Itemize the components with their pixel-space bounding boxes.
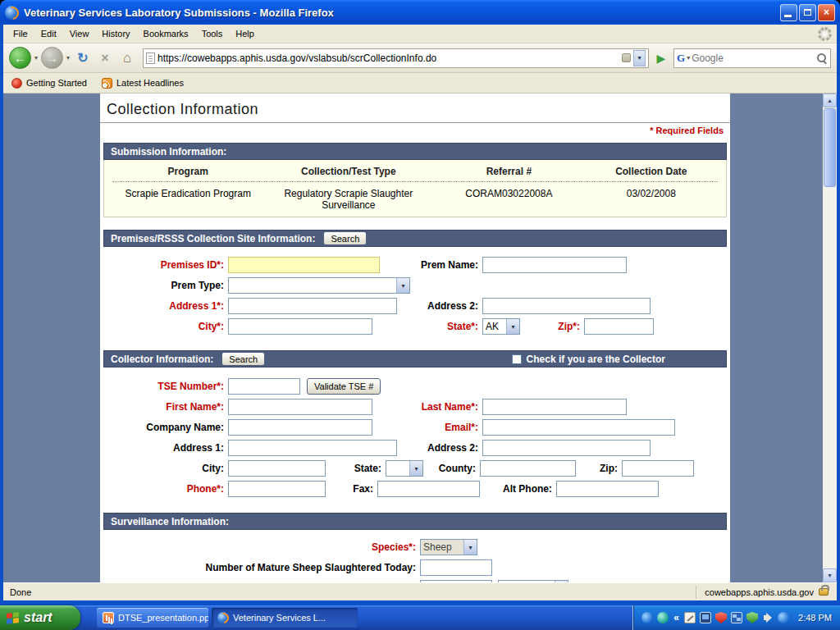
forward-button[interactable]: → xyxy=(41,47,63,69)
window-controls: × xyxy=(780,4,835,21)
collector-self-checkbox[interactable] xyxy=(512,354,522,364)
wireless-network-tray-icon[interactable] xyxy=(778,612,789,623)
volume-tray-icon[interactable] xyxy=(762,612,774,623)
form-row: First Name*: Last Name*: xyxy=(103,397,727,417)
bookmark-getting-started[interactable]: Getting Started xyxy=(11,78,87,89)
taskbar-task-powerpoint[interactable]: DTSE_presentation.ppt xyxy=(97,608,208,628)
chevron-down-icon: ▾ xyxy=(409,461,422,476)
collector-address2-input[interactable] xyxy=(482,440,651,456)
start-button[interactable]: start xyxy=(0,605,80,630)
scroll-down-button[interactable]: ▼ xyxy=(823,568,837,582)
prem-type-select[interactable]: ▾ xyxy=(228,277,410,294)
firefox-window-icon xyxy=(5,6,19,20)
page-scrollbar[interactable]: ▲ ▼ xyxy=(823,94,837,582)
value-collection-date: 03/02/2008 xyxy=(585,188,718,211)
search-input[interactable] xyxy=(692,52,815,64)
messenger-tray-icon[interactable] xyxy=(641,612,653,623)
collector-search-button[interactable]: Search xyxy=(221,352,265,366)
security-alert-tray-icon[interactable] xyxy=(715,612,727,623)
feed-icon[interactable] xyxy=(622,53,631,62)
premises-id-input[interactable] xyxy=(228,257,380,273)
premises-address2-input[interactable] xyxy=(482,298,651,314)
minimize-button[interactable] xyxy=(780,4,797,21)
value-test-type: Regulatory Scrapie Slaughter Surveillanc… xyxy=(264,188,434,211)
pen-input-tray-icon[interactable] xyxy=(684,612,696,623)
collector-state-select[interactable]: ▾ xyxy=(386,460,423,477)
home-button[interactable]: ⌂ xyxy=(117,48,137,68)
tse-number-input[interactable] xyxy=(228,378,300,395)
url-history-dropdown[interactable]: ▾ xyxy=(633,50,646,66)
county-label: County: xyxy=(423,463,480,474)
city-label: City*: xyxy=(103,321,228,332)
bookmark-latest-headlines[interactable]: Latest Headlines xyxy=(102,78,184,89)
network-status-tray-icon[interactable] xyxy=(731,612,742,623)
last-name-label: Last Name*: xyxy=(372,401,482,413)
phone-input[interactable] xyxy=(228,481,326,497)
display-settings-tray-icon[interactable] xyxy=(700,612,711,623)
premises-section-header: Premises/RSSS Collection Site Informatio… xyxy=(103,230,727,247)
first-name-input[interactable] xyxy=(228,399,372,415)
collector-section-header: Collector Information: Search Check if y… xyxy=(103,350,727,368)
prem-name-input[interactable] xyxy=(482,257,627,273)
last-name-input[interactable] xyxy=(482,399,627,415)
collector-section-body: TSE Number*: Validate TSE # First Name*:… xyxy=(100,368,730,513)
premises-state-select[interactable]: AK ▾ xyxy=(482,318,520,335)
taskbar-task-firefox[interactable]: Veterinary Services L... xyxy=(212,608,358,628)
stop-button[interactable]: × xyxy=(95,48,115,68)
fax-input[interactable] xyxy=(377,481,480,497)
search-magnifier-icon[interactable] xyxy=(816,52,828,64)
email-label: Email*: xyxy=(372,422,482,433)
alt-phone-input[interactable] xyxy=(556,481,659,497)
lock-icon[interactable] xyxy=(819,588,829,596)
taskbar: start DTSE_presentation.ppt Veterinary S… xyxy=(0,605,840,630)
mature-today-input[interactable] xyxy=(420,559,492,576)
status-security: cowebapps.aphis.usda.gov xyxy=(696,586,830,599)
reload-button[interactable]: ↻ xyxy=(73,48,93,68)
form-row: Premises ID*: Prem Name: xyxy=(103,255,727,275)
go-button[interactable]: ▶ xyxy=(651,48,671,68)
section-title: Submission Information: xyxy=(111,146,226,158)
restore-button[interactable] xyxy=(799,4,816,21)
first-name-label: First Name*: xyxy=(103,401,228,413)
validate-tse-button[interactable]: Validate TSE # xyxy=(307,378,381,395)
company-name-input[interactable] xyxy=(228,419,372,436)
premises-search-button[interactable]: Search xyxy=(323,231,367,245)
menu-help[interactable]: Help xyxy=(229,26,261,41)
menu-edit[interactable]: Edit xyxy=(34,26,63,41)
close-button[interactable]: × xyxy=(818,4,835,21)
url-input[interactable] xyxy=(158,52,619,64)
menu-bookmarks[interactable]: Bookmarks xyxy=(137,26,195,41)
menu-history[interactable]: History xyxy=(95,26,136,41)
collector-address1-label: Address 1: xyxy=(103,442,228,454)
species-select[interactable]: Sheep ▾ xyxy=(420,539,477,555)
page-title: Collection Information xyxy=(100,94,730,118)
search-engine-dropdown[interactable]: ▾ xyxy=(687,54,690,62)
premises-zip-input[interactable] xyxy=(584,318,654,335)
collector-state-label: State: xyxy=(326,463,386,474)
scrollbar-thumb[interactable] xyxy=(824,108,836,187)
menu-tools[interactable]: Tools xyxy=(195,26,230,41)
premises-address1-input[interactable] xyxy=(228,298,397,314)
close-icon: × xyxy=(824,7,829,18)
back-dropdown[interactable]: ▾ xyxy=(34,54,39,62)
collector-zip-input[interactable] xyxy=(622,460,694,477)
menu-file[interactable]: File xyxy=(7,26,34,41)
collector-address1-input[interactable] xyxy=(228,440,397,456)
submission-section-header: Submission Information: xyxy=(103,143,727,160)
forward-dropdown[interactable]: ▾ xyxy=(66,54,71,62)
taskbar-clock[interactable]: 2:48 PM xyxy=(798,613,832,623)
premises-city-input[interactable] xyxy=(228,318,372,335)
menu-view[interactable]: View xyxy=(63,26,96,41)
hidden-icons-chevron[interactable]: « xyxy=(673,612,680,623)
stop-icon: × xyxy=(101,51,108,66)
start-label: start xyxy=(24,610,52,625)
county-input[interactable] xyxy=(480,460,576,477)
scroll-up-icon: ▲ xyxy=(827,98,833,103)
scroll-up-button[interactable]: ▲ xyxy=(823,94,837,107)
email-input[interactable] xyxy=(482,419,675,436)
updates-tray-icon[interactable] xyxy=(657,612,669,623)
back-button[interactable]: ← xyxy=(9,47,31,69)
collector-city-input[interactable] xyxy=(228,460,326,477)
antivirus-tray-icon[interactable] xyxy=(746,612,758,623)
form-row: TSE Number*: Validate TSE # xyxy=(103,377,727,396)
